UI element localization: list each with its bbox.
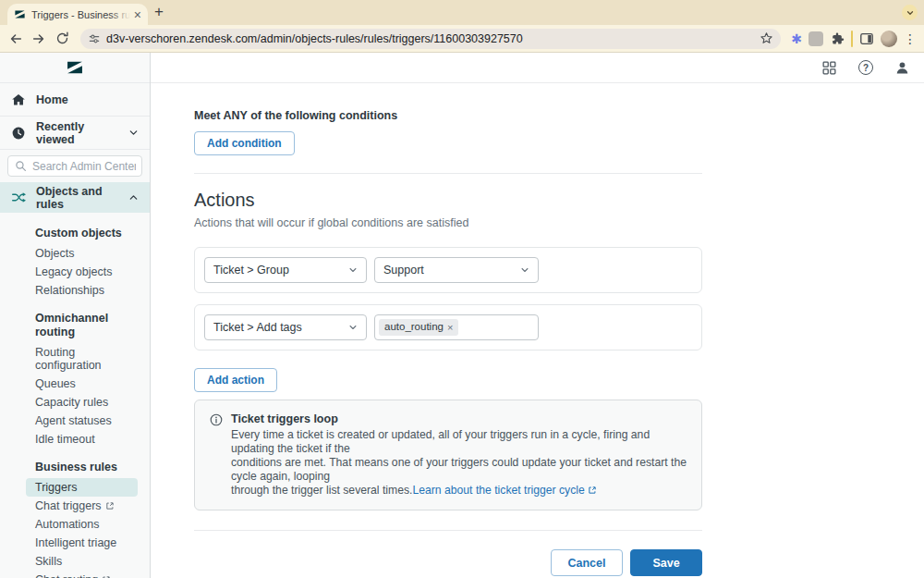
profile-icon[interactable] bbox=[894, 60, 910, 76]
tags-input[interactable]: auto_routing × bbox=[374, 314, 539, 340]
search-icon bbox=[15, 160, 27, 172]
section-divider bbox=[194, 173, 702, 174]
action-field-select[interactable]: Ticket > Add tags bbox=[204, 314, 367, 340]
chevron-down-icon bbox=[128, 128, 139, 138]
sidebar-item-home[interactable]: Home bbox=[0, 83, 150, 117]
sidebar-item-triggers[interactable]: Triggers bbox=[26, 478, 138, 497]
recently-viewed-label: Recently viewed bbox=[36, 120, 118, 146]
zendesk-admin-app: Home Recently viewed Objects and r bbox=[0, 53, 924, 578]
clock-icon bbox=[11, 126, 26, 141]
tab-title: Triggers - Business rules - Ob bbox=[31, 9, 130, 20]
browser-tab[interactable]: Triggers - Business rules - Ob × bbox=[7, 4, 148, 25]
tag-chip: auto_routing × bbox=[379, 319, 458, 336]
home-icon bbox=[11, 92, 26, 107]
toolbar-separator bbox=[851, 31, 853, 47]
browser-menu-icon[interactable]: ⋮ bbox=[904, 31, 917, 46]
extensions-puzzle-icon[interactable] bbox=[830, 31, 845, 46]
sidebar-item-idle-timeout[interactable]: Idle timeout bbox=[26, 430, 138, 449]
sidebar-search bbox=[0, 150, 150, 182]
sidebar-item-relationships[interactable]: Relationships bbox=[26, 281, 138, 300]
tab-search-chevron-icon[interactable] bbox=[902, 5, 918, 20]
meet-any-conditions-header: Meet ANY of the following conditions bbox=[194, 109, 702, 122]
section-label: Objects and rules bbox=[36, 185, 119, 211]
home-label: Home bbox=[36, 93, 139, 106]
remove-tag-icon[interactable]: × bbox=[447, 323, 453, 333]
trigger-loop-info-box: Ticket triggers loop Every time a ticket… bbox=[194, 400, 702, 510]
back-icon[interactable] bbox=[7, 31, 24, 47]
chevron-up-icon bbox=[128, 192, 139, 203]
sidebar-item-agent-statuses[interactable]: Agent statuses bbox=[26, 412, 138, 430]
actions-title: Actions bbox=[194, 190, 702, 211]
sidebar-item-capacity-rules[interactable]: Capacity rules bbox=[26, 393, 138, 412]
external-link-icon bbox=[588, 486, 597, 495]
tab-close-icon[interactable]: × bbox=[134, 8, 141, 21]
site-settings-icon[interactable] bbox=[88, 32, 101, 45]
info-body: Every time a ticket is created or update… bbox=[231, 428, 687, 498]
sidebar-item-chat-routing[interactable]: Chat routing bbox=[26, 571, 138, 578]
footer-divider bbox=[194, 530, 702, 531]
sidebar-nav-list: Custom objects Objects Legacy objects Re… bbox=[0, 213, 150, 578]
main-header: ? bbox=[151, 53, 924, 83]
add-condition-button[interactable]: Add condition bbox=[194, 131, 295, 155]
sidebar: Home Recently viewed Objects and r bbox=[0, 53, 151, 578]
action-row: Ticket > Group Support bbox=[194, 247, 702, 293]
sidebar-item-routing-configuration[interactable]: Routing configuration bbox=[26, 343, 138, 375]
save-button[interactable]: Save bbox=[630, 549, 702, 576]
info-icon bbox=[210, 413, 223, 498]
sidebar-item-legacy-objects[interactable]: Legacy objects bbox=[26, 263, 138, 281]
nav-group-business-rules: Business rules bbox=[0, 461, 150, 474]
sidebar-item-intelligent-triage[interactable]: Intelligent triage bbox=[26, 534, 138, 552]
actions-subtitle: Actions that will occur if global condit… bbox=[194, 216, 702, 229]
reload-icon[interactable] bbox=[54, 31, 70, 47]
sidebar-item-recently-viewed[interactable]: Recently viewed bbox=[0, 117, 150, 150]
chevron-down-icon bbox=[348, 265, 358, 275]
footer-actions: Cancel Save bbox=[194, 549, 702, 576]
url-bar[interactable]: d3v-verschoren.zendesk.com/admin/objects… bbox=[80, 29, 781, 49]
objects-and-rules-icon bbox=[11, 190, 27, 205]
info-title: Ticket triggers loop bbox=[231, 412, 687, 425]
browser-tab-strip: Triggers - Business rules - Ob × + bbox=[0, 0, 924, 25]
tab-title-fade bbox=[110, 9, 130, 20]
nav-group-omnichannel-routing: Omnichannel routing bbox=[0, 312, 150, 339]
search-input[interactable] bbox=[7, 155, 142, 177]
sidebar-item-queues[interactable]: Queues bbox=[26, 375, 138, 393]
sidebar-item-skills[interactable]: Skills bbox=[26, 552, 138, 571]
add-action-button[interactable]: Add action bbox=[194, 368, 277, 392]
external-link-icon bbox=[105, 501, 115, 510]
cancel-button[interactable]: Cancel bbox=[551, 549, 623, 576]
sidebar-section-objects-and-rules[interactable]: Objects and rules bbox=[0, 182, 150, 213]
side-panel-icon[interactable] bbox=[859, 31, 874, 46]
forward-icon[interactable] bbox=[30, 31, 47, 47]
browser-toolbar: d3v-verschoren.zendesk.com/admin/objects… bbox=[0, 25, 924, 53]
products-grid-icon[interactable] bbox=[821, 60, 837, 76]
browser-profile-avatar[interactable] bbox=[881, 31, 897, 47]
chevron-down-icon bbox=[520, 265, 529, 275]
main-area: ? Meet ANY of the following conditions A… bbox=[151, 53, 924, 578]
trigger-cycle-link[interactable]: Learn about the ticket trigger cycle bbox=[412, 484, 584, 497]
zendesk-logo bbox=[0, 53, 150, 83]
help-icon[interactable]: ? bbox=[858, 60, 873, 75]
trigger-editor-content: Meet ANY of the following conditions Add… bbox=[151, 83, 924, 578]
new-tab-button[interactable]: + bbox=[154, 3, 164, 21]
sidebar-item-objects[interactable]: Objects bbox=[26, 244, 138, 263]
action-field-select[interactable]: Ticket > Group bbox=[204, 257, 367, 283]
chevron-down-icon bbox=[348, 323, 358, 332]
zendesk-favicon-icon bbox=[14, 8, 26, 20]
bookmark-star-icon[interactable] bbox=[760, 31, 773, 45]
sidebar-item-automations[interactable]: Automations bbox=[26, 515, 138, 534]
nav-group-custom-objects: Custom objects bbox=[0, 227, 150, 240]
url-text: d3v-verschoren.zendesk.com/admin/objects… bbox=[106, 32, 754, 45]
action-row: Ticket > Add tags auto_routing × bbox=[194, 304, 702, 350]
extension-gray-icon[interactable] bbox=[808, 31, 823, 46]
action-value-select[interactable]: Support bbox=[374, 257, 539, 283]
sidebar-item-chat-triggers[interactable]: Chat triggers bbox=[26, 497, 138, 515]
extension-asterisk-icon[interactable]: ✱ bbox=[791, 31, 802, 46]
